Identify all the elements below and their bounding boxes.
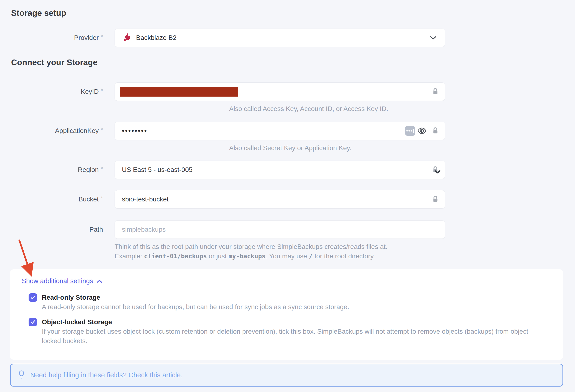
lock-icon bbox=[432, 196, 438, 203]
backblaze-flame-icon bbox=[122, 32, 131, 44]
object-locked-storage-label: Object-locked Storage bbox=[42, 317, 538, 327]
eye-icon[interactable] bbox=[417, 128, 426, 134]
provider-select[interactable]: Backblaze B2 bbox=[115, 29, 445, 47]
chevron-up-icon bbox=[96, 276, 102, 286]
code-example-2: my-backups bbox=[228, 253, 265, 260]
required-asterisk: * bbox=[101, 33, 103, 41]
connect-storage-heading: Connect your Storage bbox=[11, 57, 575, 67]
path-helper-text: Think of this as the root path under you… bbox=[115, 242, 575, 261]
readonly-storage-description: A read-only storage cannot be used for b… bbox=[42, 302, 349, 312]
keyid-helper-text: Also called Access Key, Account ID, or A… bbox=[229, 104, 445, 114]
lock-icon bbox=[432, 127, 438, 134]
keyid-label: KeyID * bbox=[0, 82, 115, 101]
object-locked-storage-description: If your storage bucket uses object-lock … bbox=[42, 327, 538, 346]
page-title: Storage setup bbox=[11, 8, 575, 18]
readonly-storage-label: Read-only Storage bbox=[42, 293, 349, 302]
path-label: Path bbox=[0, 220, 115, 239]
required-asterisk: * bbox=[101, 195, 103, 202]
code-example-1: client-01/backups bbox=[144, 253, 207, 260]
bucket-field bbox=[115, 190, 445, 208]
path-row: Path bbox=[0, 220, 575, 239]
bucket-input[interactable] bbox=[115, 190, 445, 208]
lightbulb-icon bbox=[18, 370, 25, 380]
appkey-field bbox=[115, 122, 445, 140]
mouse-cursor-chevron-icon bbox=[434, 170, 441, 174]
bucket-row: Bucket * bbox=[0, 190, 575, 208]
readonly-storage-option: Read-only Storage A read-only storage ca… bbox=[29, 293, 552, 312]
object-locked-storage-option: Object-locked Storage If your storage bu… bbox=[29, 317, 552, 346]
provider-value-text: Backblaze B2 bbox=[136, 34, 176, 42]
object-locked-storage-checkbox[interactable] bbox=[29, 318, 37, 326]
required-asterisk: * bbox=[101, 165, 103, 173]
keyid-row: KeyID * Also called Access Key, Account … bbox=[0, 82, 575, 114]
password-manager-autofill-icon[interactable] bbox=[405, 126, 415, 136]
required-asterisk: * bbox=[101, 126, 103, 134]
path-helper-line1: Think of this as the root path under you… bbox=[115, 242, 575, 252]
storage-setup-page: Storage setup Provider * Backblaze B2 bbox=[0, 0, 575, 392]
region-label: Region * bbox=[0, 161, 115, 179]
region-row: Region * bbox=[0, 161, 575, 179]
help-banner[interactable]: Need help filling in these fields? Check… bbox=[10, 364, 563, 387]
additional-settings-card: Show additional settings Read-only Stora… bbox=[10, 269, 563, 360]
region-input[interactable] bbox=[115, 161, 445, 179]
chevron-down-icon[interactable] bbox=[430, 36, 437, 40]
appkey-label: ApplicationKey * bbox=[0, 122, 115, 140]
appkey-input[interactable] bbox=[115, 122, 445, 140]
show-additional-settings-link[interactable]: Show additional settings bbox=[22, 276, 102, 286]
region-field bbox=[115, 161, 445, 179]
provider-label: Provider * bbox=[0, 29, 115, 47]
provider-selected-option: Backblaze B2 bbox=[115, 32, 176, 44]
provider-row: Provider * Backblaze B2 bbox=[0, 29, 575, 47]
keyid-field bbox=[115, 82, 445, 101]
appkey-helper-text: Also called Secret Key or Application Ke… bbox=[229, 143, 445, 153]
path-input[interactable] bbox=[115, 221, 445, 238]
code-example-3: / bbox=[309, 253, 313, 260]
required-asterisk: * bbox=[101, 87, 103, 94]
appkey-row: ApplicationKey * A bbox=[0, 122, 575, 153]
keyid-input[interactable] bbox=[115, 83, 445, 101]
lock-icon bbox=[432, 88, 438, 95]
help-banner-text[interactable]: Need help filling in these fields? Check… bbox=[30, 371, 183, 379]
path-helper-line2: Example: client-01/backups or just my-ba… bbox=[115, 252, 575, 261]
bucket-label: Bucket * bbox=[0, 190, 115, 208]
readonly-storage-checkbox[interactable] bbox=[29, 293, 37, 302]
path-field bbox=[115, 220, 445, 239]
